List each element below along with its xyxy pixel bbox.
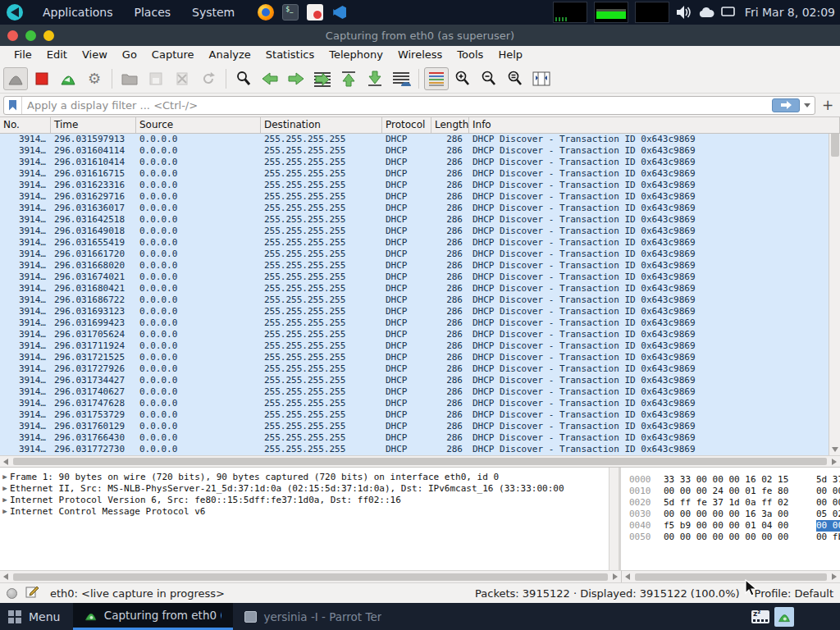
go-to-packet-button[interactable]	[310, 67, 335, 90]
packet-row[interactable]: 3914… 296.031655419 0.0.0.0 255.255.255.…	[0, 237, 840, 249]
close-window-button[interactable]	[7, 30, 18, 41]
menu-item[interactable]: File	[7, 46, 39, 64]
packet-row[interactable]: 3914… 296.031734427 0.0.0.0 255.255.255.…	[0, 375, 840, 386]
menu-item[interactable]: Analyze	[202, 46, 258, 64]
clock[interactable]: Fri Mar 8, 02:09	[742, 6, 835, 19]
network-monitor-applet[interactable]	[635, 2, 669, 23]
zoom-in-button[interactable]	[450, 67, 475, 90]
packet-row[interactable]: 3914… 296.031642518 0.0.0.0 255.255.255.…	[0, 214, 840, 226]
colorize-packets-button[interactable]	[424, 67, 449, 90]
editor-launcher-icon[interactable]	[307, 4, 323, 21]
scrollbar-thumb[interactable]	[13, 458, 827, 465]
taskbar-menu-button[interactable]: Menu	[0, 603, 73, 630]
display-filter-input[interactable]	[22, 99, 772, 112]
menu-item[interactable]: Help	[491, 46, 530, 64]
vscode-launcher-icon[interactable]	[331, 4, 348, 21]
resize-columns-button[interactable]	[529, 67, 554, 90]
column-header-destination[interactable]: Destination	[261, 117, 382, 133]
maximize-window-button[interactable]	[25, 30, 36, 41]
menu-item[interactable]: Go	[115, 46, 144, 64]
hex-row[interactable]: 0030 00 00 00 00 00 16 3a 00 05 02	[629, 509, 840, 520]
scroll-down-icon[interactable]	[832, 447, 838, 452]
filter-bookmark-button[interactable]	[4, 97, 22, 114]
column-header-length[interactable]: Length	[431, 117, 469, 133]
zoom-out-button[interactable]	[477, 67, 501, 90]
scroll-left-icon[interactable]	[3, 459, 8, 465]
hex-row[interactable]: 0000 33 33 00 00 00 16 02 15 5d 37	[629, 474, 840, 486]
memory-monitor-applet[interactable]	[594, 2, 628, 23]
packet-row[interactable]: 3914… 296.031668020 0.0.0.0 255.255.255.…	[0, 260, 840, 272]
packet-row[interactable]: 3914… 296.031740627 0.0.0.0 255.255.255.…	[0, 386, 840, 398]
packet-row[interactable]: 3914… 296.031699423 0.0.0.0 255.255.255.…	[0, 317, 840, 329]
keyboard-indicator-icon[interactable]	[751, 610, 769, 623]
scroll-right-icon[interactable]	[832, 573, 837, 580]
zoom-reset-button[interactable]	[503, 67, 527, 90]
packet-row[interactable]: 3914… 296.031604114 0.0.0.0 255.255.255.…	[0, 145, 840, 157]
add-filter-button[interactable]: +	[819, 96, 837, 115]
details-horizontal-scrollbar[interactable]	[0, 570, 621, 582]
hex-row[interactable]: 0040 f5 b9 00 00 00 01 04 00 00 00	[629, 520, 840, 532]
previous-packet-button[interactable]	[258, 67, 282, 90]
apply-filter-button[interactable]	[772, 98, 800, 112]
packet-row[interactable]: 3914… 296.031674021 0.0.0.0 255.255.255.…	[0, 272, 840, 283]
firefox-launcher-icon[interactable]	[258, 4, 274, 21]
panel-menu-places[interactable]: Places	[125, 0, 181, 25]
packet-row[interactable]: 3914… 296.031610414 0.0.0.0 255.255.255.…	[0, 157, 840, 168]
packet-row[interactable]: 3914… 296.031597913 0.0.0.0 255.255.255.…	[0, 134, 840, 145]
packet-row[interactable]: 3914… 296.031623316 0.0.0.0 255.255.255.…	[0, 180, 840, 191]
scroll-left-icon[interactable]	[625, 573, 630, 580]
first-packet-button[interactable]	[336, 67, 361, 90]
detail-tree-row[interactable]: ▶ Internet Protocol Version 6, Src: fe80…	[0, 494, 619, 505]
packet-row[interactable]: 3914… 296.031721525 0.0.0.0 255.255.255.…	[0, 352, 840, 363]
terminal-launcher-icon[interactable]	[282, 4, 299, 21]
cloud-update-icon[interactable]	[699, 7, 714, 18]
wireshark-tray-icon[interactable]	[774, 607, 794, 627]
auto-scroll-button[interactable]	[389, 67, 413, 90]
packet-row[interactable]: 3914… 296.031705624 0.0.0.0 255.255.255.…	[0, 329, 840, 340]
taskbar-task-terminal[interactable]: yersinia -I - Parrot Ter...	[233, 603, 393, 630]
menu-item[interactable]: Wireless	[390, 46, 450, 64]
column-header-source[interactable]: Source	[136, 117, 261, 133]
volume-icon[interactable]	[676, 5, 692, 20]
parrot-logo-icon[interactable]	[7, 4, 23, 21]
menu-item[interactable]: View	[75, 46, 115, 64]
stop-capture-button[interactable]	[30, 67, 54, 90]
detail-tree-row[interactable]: ▶ Ethernet II, Src: MS-NLB-PhysServer-21…	[0, 482, 619, 494]
menu-item[interactable]: Capture	[144, 46, 202, 64]
packet-row[interactable]: 3914… 296.031727926 0.0.0.0 255.255.255.…	[0, 363, 840, 375]
column-header-protocol[interactable]: Protocol	[382, 117, 431, 133]
display-icon[interactable]	[721, 7, 735, 18]
packet-list-vertical-scrollbar[interactable]	[829, 134, 840, 455]
scrollbar-thumb[interactable]	[635, 573, 827, 581]
menu-item[interactable]: Statistics	[258, 46, 322, 64]
scroll-right-icon[interactable]	[613, 573, 618, 580]
restart-capture-button[interactable]	[56, 67, 80, 90]
open-file-button[interactable]	[117, 67, 142, 90]
menu-item[interactable]: Telephony	[322, 46, 390, 64]
packet-row[interactable]: 3914… 296.031766430 0.0.0.0 255.255.255.…	[0, 432, 840, 444]
detail-tree-row[interactable]: ▶ Frame 1: 90 bytes on wire (720 bits), …	[0, 471, 619, 482]
taskbar-task-wireshark[interactable]: Capturing from eth0 (...	[73, 603, 233, 630]
packet-row[interactable]: 3914… 296.031760129 0.0.0.0 255.255.255.…	[0, 421, 840, 432]
hex-row[interactable]: 0050 00 00 00 00 00 00 00 00 00 fb	[629, 532, 840, 543]
expert-info-icon[interactable]	[7, 588, 17, 599]
hex-row[interactable]: 0010 00 00 00 24 00 01 fe 80 00 00	[629, 486, 840, 497]
expand-arrow-icon[interactable]: ▶	[0, 484, 10, 492]
packet-row[interactable]: 3914… 296.031753729 0.0.0.0 255.255.255.…	[0, 409, 840, 421]
profile-text[interactable]: Profile: Default	[755, 587, 833, 600]
last-packet-button[interactable]	[363, 67, 387, 90]
packet-row[interactable]: 3914… 296.031711924 0.0.0.0 255.255.255.…	[0, 340, 840, 352]
panel-menu-applications[interactable]: Applications	[33, 0, 123, 25]
packet-row[interactable]: 3914… 296.031636017 0.0.0.0 255.255.255.…	[0, 203, 840, 214]
close-capture-button[interactable]	[170, 67, 194, 90]
scroll-left-icon[interactable]	[3, 573, 8, 580]
packet-row[interactable]: 3914… 296.031747628 0.0.0.0 255.255.255.…	[0, 398, 840, 409]
packet-row[interactable]: 3914… 296.031693123 0.0.0.0 255.255.255.…	[0, 306, 840, 317]
column-header-info[interactable]: Info	[469, 117, 840, 133]
column-header-no[interactable]: No.	[0, 117, 51, 133]
menu-item[interactable]: Tools	[450, 46, 491, 64]
expand-arrow-icon[interactable]: ▶	[0, 472, 10, 481]
detail-tree-row[interactable]: ▶ Internet Control Message Protocol v6	[0, 505, 619, 517]
packet-list-horizontal-scrollbar[interactable]	[0, 455, 840, 468]
menu-item[interactable]: Edit	[39, 46, 75, 64]
